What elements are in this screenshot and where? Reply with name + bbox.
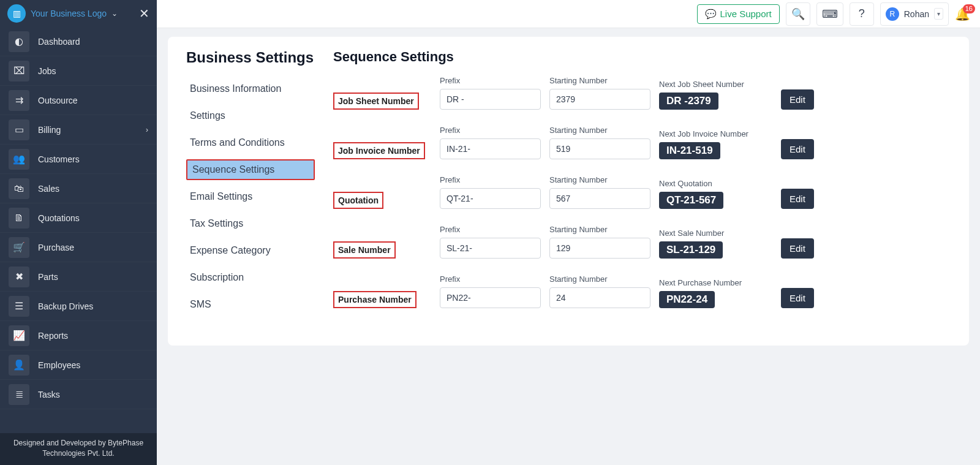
sidebar-item-tasks[interactable]: ≣Tasks (0, 380, 157, 409)
sidebar-item-label: Customers (38, 154, 80, 164)
prefix-label: Prefix (440, 274, 541, 284)
prefix-input[interactable] (440, 238, 541, 259)
subnav-item-sequence-settings[interactable]: Sequence Settings (186, 159, 315, 180)
sidebar-item-billing[interactable]: ▭Billing› (0, 115, 157, 145)
help-button[interactable]: ? (850, 2, 874, 26)
sequence-name: Job Sheet Number (333, 93, 419, 110)
footer-line2: Technologies Pvt. Ltd. (6, 448, 151, 459)
sequence-name: Quotation (333, 192, 383, 209)
edit-button[interactable]: Edit (781, 89, 814, 110)
next-number-label: Next Purchase Number (659, 278, 772, 287)
starting-number-input[interactable] (549, 238, 650, 259)
starting-number-label: Starting Number (549, 76, 650, 85)
next-number-value: IN-21-519 (659, 142, 720, 159)
main-content: Business Settings Business InformationSe… (157, 28, 980, 465)
edit-button[interactable]: Edit (781, 139, 814, 159)
prefix-label: Prefix (440, 225, 541, 234)
jobs-icon: ⌧ (9, 61, 29, 81)
sidebar-item-purchase[interactable]: 🛒Purchase (0, 233, 157, 262)
sidebar-item-parts[interactable]: ✖Parts (0, 262, 157, 292)
next-number-value: DR -2379 (659, 93, 718, 110)
live-support-button[interactable]: 💬 Live Support (697, 4, 780, 24)
chevron-down-icon[interactable]: ⌄ (111, 9, 118, 18)
outsource-icon: ⇉ (9, 90, 29, 111)
prefix-label: Prefix (440, 76, 541, 85)
chat-icon: 💬 (705, 9, 717, 20)
sidebar-item-jobs[interactable]: ⌧Jobs (0, 56, 157, 86)
employees-icon: 👤 (9, 355, 29, 376)
settings-panel: Business Settings Business InformationSe… (168, 37, 969, 346)
sales-icon: 🛍 (9, 178, 29, 199)
sequence-row: Job Invoice NumberPrefixStarting NumberN… (333, 126, 951, 159)
chevron-down-icon: ▾ (934, 8, 943, 20)
sequence-row: Job Sheet NumberPrefixStarting NumberNex… (333, 76, 951, 110)
notification-count: 16 (963, 4, 975, 13)
starting-number-input[interactable] (549, 89, 650, 110)
starting-number-label: Starting Number (549, 274, 650, 284)
next-number-label: Next Job Invoice Number (659, 129, 772, 138)
keyboard-button[interactable]: ⌨ (816, 2, 843, 26)
user-name: Rohan (904, 9, 929, 19)
search-button[interactable]: 🔍 (786, 2, 810, 26)
tasks-icon: ≣ (9, 384, 29, 405)
sidebar-item-label: Reports (38, 331, 68, 341)
sidebar-item-customers[interactable]: 👥Customers (0, 145, 157, 174)
sequence-name: Sale Number (333, 241, 396, 259)
sequence-name: Purchase Number (333, 291, 417, 308)
sidebar: ▥ Your Business Logo ⌄ ✕ ◐Dashboard⌧Jobs… (0, 0, 157, 465)
sidebar-item-label: Billing (38, 125, 61, 135)
prefix-input[interactable] (440, 89, 541, 110)
sidebar-item-label: Backup Drives (38, 301, 93, 311)
sidebar-menu: ◐Dashboard⌧Jobs⇉Outsource▭Billing›👥Custo… (0, 27, 157, 433)
edit-button[interactable]: Edit (781, 189, 814, 209)
starting-number-input[interactable] (549, 138, 650, 159)
subnav-item-tax-settings[interactable]: Tax Settings (186, 213, 315, 234)
sequence-name: Job Invoice Number (333, 142, 425, 159)
next-number-label: Next Sale Number (659, 229, 772, 238)
subnav-item-subscription[interactable]: Subscription (186, 267, 315, 288)
reports-icon: 📈 (9, 325, 29, 346)
sidebar-item-sales[interactable]: 🛍Sales (0, 174, 157, 203)
edit-button[interactable]: Edit (781, 238, 814, 259)
sequence-settings-column: Sequence Settings Job Sheet NumberPrefix… (333, 49, 951, 321)
prefix-input[interactable] (440, 287, 541, 308)
starting-number-label: Starting Number (549, 225, 650, 234)
close-sidebar-button[interactable]: ✕ (139, 6, 149, 21)
sidebar-footer: Designed and Developed by BytePhase Tech… (0, 433, 157, 465)
topbar: 💬 Live Support 🔍 ⌨ ? R Rohan ▾ 🔔 16 (157, 0, 980, 28)
dashboard-icon: ◐ (9, 31, 29, 52)
notifications-button[interactable]: 🔔 16 (955, 7, 970, 21)
subnav-item-sms[interactable]: SMS (186, 294, 315, 315)
subnav-item-business-information[interactable]: Business Information (186, 78, 315, 99)
sidebar-item-employees[interactable]: 👤Employees (0, 350, 157, 380)
sidebar-item-quotations[interactable]: 🗎Quotations (0, 203, 157, 233)
sidebar-item-label: Outsource (38, 96, 78, 105)
footer-line1: Designed and Developed by BytePhase (6, 438, 151, 448)
user-menu[interactable]: R Rohan ▾ (880, 2, 949, 26)
prefix-input[interactable] (440, 188, 541, 209)
edit-button[interactable]: Edit (781, 288, 814, 308)
sidebar-item-label: Employees (38, 360, 80, 370)
sidebar-item-reports[interactable]: 📈Reports (0, 321, 157, 350)
subnav-item-email-settings[interactable]: Email Settings (186, 186, 315, 207)
backup-drives-icon: ☰ (9, 296, 29, 317)
sidebar-item-label: Dashboard (38, 37, 80, 47)
subnav-item-terms-and-conditions[interactable]: Terms and Conditions (186, 132, 315, 153)
logo-icon: ▥ (7, 4, 26, 23)
subnav-item-settings[interactable]: Settings (186, 105, 315, 126)
sidebar-item-label: Tasks (38, 390, 60, 399)
sidebar-item-backup-drives[interactable]: ☰Backup Drives (0, 292, 157, 321)
page-title: Business Settings (186, 49, 315, 66)
starting-number-label: Starting Number (549, 126, 650, 135)
sidebar-item-outsource[interactable]: ⇉Outsource (0, 86, 157, 115)
starting-number-input[interactable] (549, 287, 650, 308)
next-number-label: Next Quotation (659, 179, 772, 188)
chevron-right-icon: › (146, 126, 148, 134)
subnav-item-expense-category[interactable]: Expense Category (186, 240, 315, 261)
purchase-icon: 🛒 (9, 237, 29, 258)
prefix-input[interactable] (440, 138, 541, 159)
sidebar-item-dashboard[interactable]: ◐Dashboard (0, 27, 157, 56)
sidebar-item-label: Purchase (38, 243, 74, 252)
starting-number-input[interactable] (549, 188, 650, 209)
sequence-row: Sale NumberPrefixStarting NumberNext Sal… (333, 225, 951, 259)
